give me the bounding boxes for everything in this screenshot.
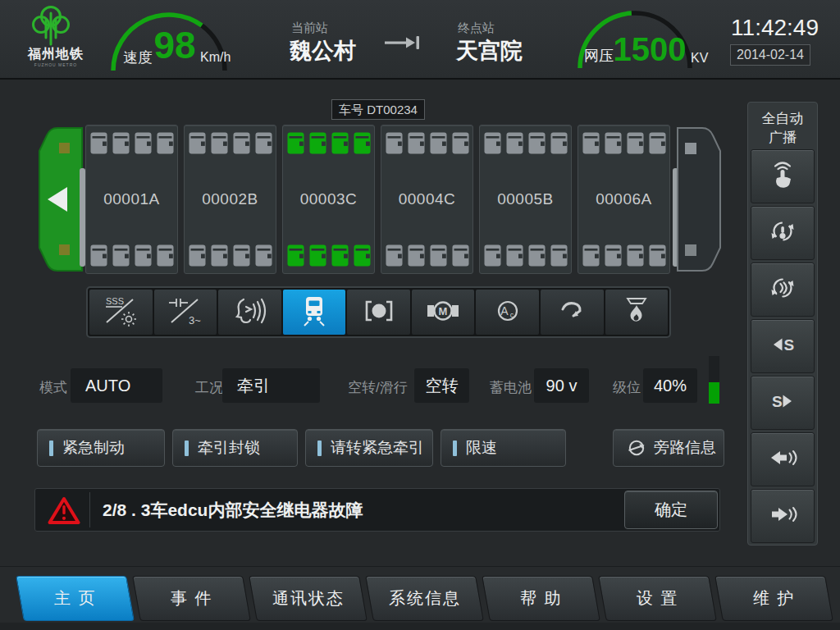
toolbar-air-compressor-button[interactable]: A c: [476, 290, 539, 335]
car-panel-00006A[interactable]: 00006A: [578, 125, 670, 274]
alarm-button-0[interactable]: 紧急制动: [37, 429, 165, 467]
condition-value: 牵引: [222, 368, 320, 403]
toolbar-aux-inverter-button[interactable]: 3~: [154, 290, 217, 335]
voltage-value: 1500: [610, 31, 689, 68]
tab-2[interactable]: 通讯状态: [249, 576, 368, 621]
tab-6[interactable]: 维 护: [714, 576, 833, 621]
subsystem-toolbar: SSS 3~ M A c: [86, 286, 671, 338]
battery-value: 90 v: [534, 368, 589, 403]
sidebar-title: 全自动 广播: [748, 103, 817, 148]
door-icon: [287, 244, 304, 267]
car-id-label: 00003C: [283, 190, 374, 208]
door-icon: [506, 244, 523, 267]
alert-bar: 2/8 . 3车edcu内部安全继电器故障 确定: [34, 488, 720, 532]
traction-motor-icon: M: [424, 294, 462, 331]
door-icon: [649, 132, 666, 154]
confirm-button[interactable]: 确定: [624, 491, 718, 529]
tab-3[interactable]: 系统信息: [365, 576, 484, 621]
alarm-button-1[interactable]: 牵引封锁: [172, 429, 298, 467]
door-icon: [255, 132, 272, 154]
tab-5[interactable]: 设 置: [598, 576, 717, 621]
train-tail: [676, 124, 724, 275]
doors-bottom: [185, 238, 276, 273]
head-lamp: [59, 244, 70, 255]
sidebar-next-station-button[interactable]: S: [751, 376, 815, 430]
doors-bottom: [578, 238, 669, 273]
alarm-marker-icon: [453, 441, 457, 456]
door-icon: [506, 132, 523, 154]
door-icon: [354, 132, 371, 154]
tap-announce-icon: [768, 158, 797, 194]
air-compressor-icon: A c: [489, 294, 527, 331]
door-icon: [354, 244, 371, 267]
alarm-button-3[interactable]: 限速: [441, 429, 566, 467]
toolbar-fire-alarm-button[interactable]: [605, 290, 669, 335]
car-panel-00001A[interactable]: 00001A: [85, 125, 178, 274]
door-icon: [430, 244, 447, 267]
slip-value: 空转: [414, 368, 469, 403]
sidebar-announce-left-button[interactable]: [751, 432, 815, 486]
alarm-label: 限速: [466, 437, 497, 459]
tab-label: 系统信息: [389, 587, 461, 609]
door-icon: [90, 244, 107, 267]
door-icon: [550, 132, 568, 154]
car-panel-00003C[interactable]: 00003C: [282, 125, 375, 274]
alarm-button-2[interactable]: 请转紧急牵引: [305, 429, 433, 467]
tcms-hmi-screen: 福州地铁 FUZHOU METRO 速度 98 Km/h 当前站 魏公村 终点站…: [0, 0, 840, 630]
loop-chime-icon: [768, 272, 797, 308]
doors-bottom: [86, 238, 177, 273]
brake-icon: [360, 294, 398, 331]
door-icon: [135, 132, 152, 154]
door-icon: [484, 132, 501, 154]
door-icon: [627, 244, 644, 267]
sidebar-buttons: S S: [751, 149, 815, 543]
broadcast-sidebar: 全自动 广播 S S: [747, 102, 818, 546]
dest-station-name: 天宫院: [456, 36, 523, 66]
voltage-label: 网压: [584, 46, 614, 66]
speed-value: 98: [151, 23, 199, 67]
sidebar-tap-announce-button[interactable]: [751, 149, 815, 203]
tail-lamp: [685, 143, 696, 154]
sidebar-loop-announce-button[interactable]: [751, 206, 815, 260]
toolbar-traction-motor-button[interactable]: M: [412, 290, 475, 335]
announce-right-icon: [768, 498, 797, 534]
tab-4[interactable]: 帮 助: [482, 576, 600, 621]
toolbar-brake-button[interactable]: [347, 290, 410, 335]
door-icon: [452, 244, 469, 267]
sidebar-announce-right-button[interactable]: [751, 489, 815, 543]
battery-label: 蓄电池: [490, 378, 532, 397]
car-panel-00004C[interactable]: 00004C: [381, 125, 473, 274]
current-station-name: 魏公村: [290, 36, 356, 66]
speed-unit: Km/h: [200, 50, 231, 65]
door-icon: [287, 132, 304, 154]
car-panel-00002B[interactable]: 00002B: [184, 125, 276, 274]
sidebar-loop-chime-button[interactable]: [751, 262, 815, 317]
toolbar-coupler-button[interactable]: [541, 290, 604, 335]
tab-0[interactable]: 主 页: [16, 576, 135, 621]
toolbar-hvac-button[interactable]: SSS: [89, 290, 153, 335]
door-icon: [386, 132, 403, 154]
car-panel-00005B[interactable]: 00005B: [479, 125, 572, 274]
voltage-unit: KV: [691, 51, 708, 66]
door-icon: [408, 244, 425, 267]
door-icon: [408, 132, 425, 154]
bottom-nav: 主 页事 件通讯状态系统信息帮 助设 置维 护: [0, 566, 840, 630]
door-icon: [255, 244, 272, 267]
aux-inverter-icon: 3~: [167, 294, 204, 331]
svg-text:c: c: [509, 311, 514, 319]
sidebar-title-line2: 广播: [748, 129, 817, 148]
sidebar-prev-station-button[interactable]: S: [751, 319, 815, 373]
doors-bottom: [381, 238, 472, 273]
toolbar-train-status-button[interactable]: [283, 290, 346, 335]
dest-station-label: 终点站: [458, 21, 495, 36]
tab-1[interactable]: 事 件: [132, 576, 251, 621]
bypass-label: 旁路信息: [654, 437, 716, 459]
svg-text:3~: 3~: [189, 314, 201, 326]
door-icon: [550, 244, 568, 267]
door-icon: [605, 244, 622, 267]
next-station-icon: S: [768, 385, 797, 421]
head-lamp: [59, 143, 70, 153]
toolbar-pa-intercom-button[interactable]: [218, 290, 281, 335]
bypass-info-button[interactable]: 旁路信息: [613, 429, 724, 467]
tab-label: 主 页: [54, 587, 97, 609]
